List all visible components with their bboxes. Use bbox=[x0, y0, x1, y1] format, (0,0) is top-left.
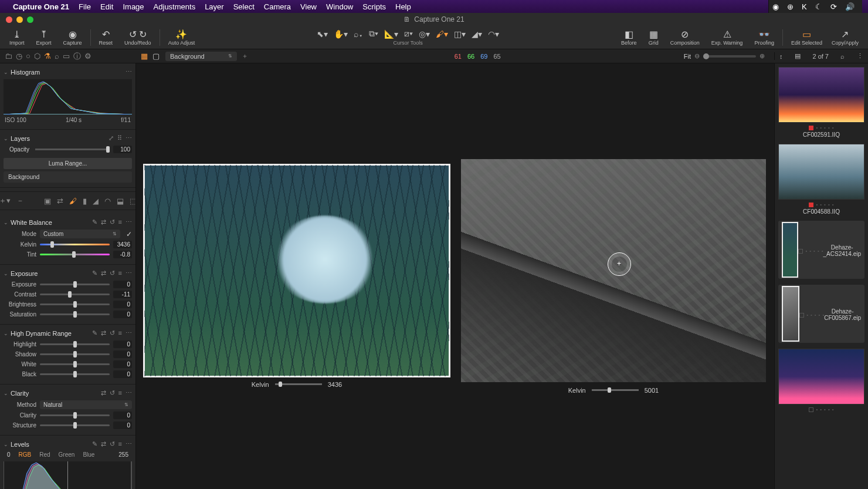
hdr-0-value[interactable]: 0 bbox=[113, 340, 132, 348]
cursor-spot-icon[interactable]: ◎▾ bbox=[419, 29, 430, 39]
mask-clear-icon[interactable]: ⬚ bbox=[130, 197, 136, 205]
hdr-3-slider[interactable] bbox=[40, 373, 110, 375]
tooltab-library-icon[interactable]: 🗀 bbox=[5, 52, 12, 60]
wb-mode-select[interactable]: Custom⇅ bbox=[40, 230, 120, 238]
thumbnail-item[interactable]: •••••Dehaze-_ACS2414.eip bbox=[778, 221, 864, 279]
copy-adjustment-icon[interactable]: ✎ bbox=[92, 218, 97, 226]
apply-adjustment-icon[interactable]: ⇄ bbox=[101, 218, 106, 226]
toolbar-grid-button[interactable]: ▦Grid bbox=[644, 29, 663, 46]
wb-kelvin-slider[interactable] bbox=[40, 244, 110, 245]
add-layer-icon[interactable]: ＋▾ bbox=[0, 195, 11, 206]
menu-edit[interactable]: Edit bbox=[100, 2, 113, 11]
mask-view-icon[interactable]: ▣ bbox=[44, 197, 51, 205]
toolbar-copyapply-button[interactable]: ↗Copy/Apply bbox=[827, 29, 863, 46]
mask-fill-icon[interactable]: ⬓ bbox=[117, 197, 124, 205]
cursor-gradient-icon[interactable]: ◢▾ bbox=[472, 29, 482, 39]
remove-layer-icon[interactable]: － bbox=[16, 195, 24, 206]
toolbar-composition-button[interactable]: ⊘Composition bbox=[666, 29, 704, 46]
apply-adjustment-icon[interactable]: ⇄ bbox=[101, 329, 106, 337]
zoom-out-icon[interactable]: ⊖ bbox=[694, 52, 700, 60]
tooltab-crop-icon[interactable]: ⬡ bbox=[34, 52, 40, 60]
menuextra-clock-icon[interactable]: ⟳ bbox=[830, 2, 837, 11]
menuextra-moon-icon[interactable]: ☾ bbox=[815, 2, 822, 11]
menu-layer[interactable]: Layer bbox=[205, 2, 224, 11]
mask-brush-icon[interactable]: 🖌 bbox=[69, 197, 77, 205]
viewer-image-2[interactable]: Kelvin 5001 bbox=[461, 159, 766, 394]
toolbar-autoadjust-button[interactable]: ✨Auto Adjust bbox=[164, 29, 200, 46]
toolbar-capture-button[interactable]: ◉Capture bbox=[59, 29, 87, 46]
cursor-brush-icon[interactable]: 🖌▾ bbox=[436, 29, 448, 39]
clarity-0-value[interactable]: 0 bbox=[113, 412, 132, 419]
color-tag[interactable] bbox=[809, 203, 813, 207]
levels-tab-green[interactable]: Green bbox=[59, 451, 75, 458]
hdr-2-slider[interactable] bbox=[40, 363, 110, 365]
browser-sort-icon[interactable]: ↕ bbox=[779, 53, 783, 60]
toolbar-before-button[interactable]: ◧Before bbox=[616, 29, 642, 46]
wb-kelvin-value[interactable]: 3436 bbox=[113, 241, 132, 248]
tooltab-capture-icon[interactable]: ◷ bbox=[16, 52, 22, 60]
opacity-value[interactable]: 100 bbox=[113, 146, 132, 153]
thumbnail-item[interactable]: ••••• bbox=[778, 349, 864, 412]
exposure-0-value[interactable]: 0 bbox=[113, 281, 132, 288]
window-close-button[interactable] bbox=[6, 16, 12, 23]
clarity-1-value[interactable]: 0 bbox=[113, 421, 132, 429]
exposure-2-slider[interactable] bbox=[40, 303, 110, 305]
color-tag[interactable] bbox=[809, 407, 813, 412]
panel-menu-icon[interactable]: ⋯ bbox=[126, 389, 132, 397]
menu-camera[interactable]: Camera bbox=[264, 2, 291, 11]
disclosure-icon[interactable]: ⌄ bbox=[4, 390, 8, 396]
viewer2-kelvin-slider[interactable] bbox=[592, 389, 639, 391]
levels-tab-red[interactable]: Red bbox=[39, 451, 50, 458]
cursor-radial-icon[interactable]: ◠▾ bbox=[488, 29, 499, 39]
toolbar-reset-button[interactable]: ↶Reset bbox=[94, 29, 118, 46]
exposure-0-slider[interactable] bbox=[40, 284, 110, 285]
menu-view[interactable]: View bbox=[300, 2, 317, 11]
exposure-3-value[interactable]: 0 bbox=[113, 311, 132, 318]
thumbnail-item[interactable]: •••••CF002591.IIQ bbox=[778, 67, 864, 138]
menuextra-globe-icon[interactable]: ⊕ bbox=[787, 2, 794, 11]
view-multi-icon[interactable]: ▦ bbox=[141, 52, 148, 60]
zoom-label[interactable]: Fit bbox=[684, 53, 691, 60]
panel-menu-icon[interactable]: ⋯ bbox=[126, 218, 132, 226]
exposure-1-slider[interactable] bbox=[40, 294, 110, 295]
thumbnail-rating[interactable]: ••••• bbox=[778, 202, 864, 207]
luma-range-button[interactable]: Luma Range... bbox=[4, 158, 132, 169]
browser-search-icon[interactable]: ⌕ bbox=[840, 53, 845, 60]
menu-file[interactable]: File bbox=[79, 2, 91, 11]
window-minimize-button[interactable] bbox=[16, 16, 23, 23]
tooltab-output-icon[interactable]: ⚙ bbox=[84, 52, 91, 60]
hdr-1-value[interactable]: 0 bbox=[113, 350, 132, 358]
browser-view-icon[interactable]: ▤ bbox=[795, 52, 801, 60]
mask-invert-icon[interactable]: ⇄ bbox=[57, 197, 63, 205]
menu-help[interactable]: Help bbox=[395, 2, 411, 11]
clarity-0-slider[interactable] bbox=[40, 414, 110, 416]
tooltab-metadata-icon[interactable]: ⓘ bbox=[73, 51, 81, 62]
grabber-icon[interactable]: ⠿ bbox=[117, 134, 122, 142]
reset-adjustment-icon[interactable]: ↺ bbox=[110, 329, 115, 337]
thumbnail-item[interactable]: •••••CF004588.IIQ bbox=[778, 144, 864, 215]
tooltab-details-icon[interactable]: ⌕ bbox=[55, 52, 59, 60]
preset-icon[interactable]: ≡ bbox=[118, 218, 122, 226]
layer-background-item[interactable]: Background bbox=[4, 171, 132, 183]
exposure-3-slider[interactable] bbox=[40, 313, 110, 315]
cursor-eraser-icon[interactable]: ◫▾ bbox=[454, 29, 466, 39]
thumbnail-rating[interactable]: ••••• bbox=[798, 248, 823, 254]
disclosure-icon[interactable]: ⌄ bbox=[4, 441, 8, 447]
panel-menu-icon[interactable]: ⋯ bbox=[126, 269, 132, 277]
viewer-layer-select[interactable]: Background⇅ bbox=[165, 52, 237, 61]
cursor-crop-icon[interactable]: ⧉▾ bbox=[369, 29, 378, 39]
panel-menu-icon[interactable]: ⋯ bbox=[126, 440, 132, 448]
wb-tint-slider[interactable] bbox=[40, 254, 110, 255]
cursor-zoom-icon[interactable]: ⌕▾ bbox=[354, 29, 363, 39]
exposure-2-value[interactable]: 0 bbox=[113, 301, 132, 308]
menu-select[interactable]: Select bbox=[233, 2, 255, 11]
hdr-3-value[interactable]: 0 bbox=[113, 370, 132, 378]
toolbar-expwarning-button[interactable]: ⚠Exp. Warning bbox=[707, 29, 748, 46]
panel-menu-icon[interactable]: ⋯ bbox=[126, 68, 132, 76]
menu-scripts[interactable]: Scripts bbox=[362, 2, 386, 11]
color-tag[interactable] bbox=[798, 249, 803, 254]
color-tag[interactable] bbox=[799, 313, 804, 318]
cursor-keystone-icon[interactable]: ⧄▾ bbox=[404, 29, 413, 39]
levels-histogram[interactable] bbox=[4, 461, 132, 489]
preset-icon[interactable]: ≡ bbox=[118, 389, 122, 397]
